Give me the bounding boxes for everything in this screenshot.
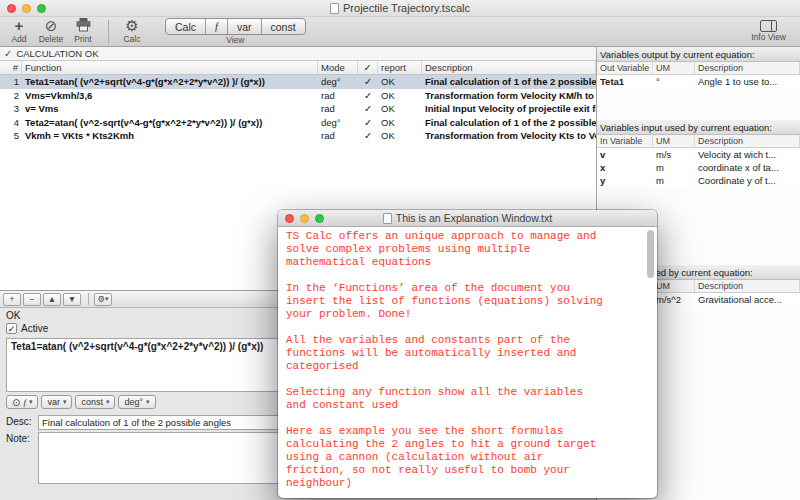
col-um[interactable]: UM bbox=[653, 135, 695, 147]
print-label: Print bbox=[74, 34, 91, 44]
table-row[interactable]: Teta1 ° Angle 1 to use to... bbox=[597, 75, 800, 88]
document-icon bbox=[330, 3, 339, 14]
zoom-button[interactable] bbox=[37, 4, 46, 13]
report-cell: OK bbox=[378, 129, 422, 143]
col-out-variable[interactable]: Out Variable bbox=[597, 62, 653, 74]
row-number: 2 bbox=[0, 89, 22, 103]
main-titlebar[interactable]: Projectile Trajectory.tscalc bbox=[0, 0, 800, 17]
description-cell: Final calculation of 1 of the 2 possible… bbox=[422, 75, 596, 89]
explanation-text-area[interactable]: TS Calc offers an unique approach to man… bbox=[278, 227, 657, 498]
col-description[interactable]: Description bbox=[695, 280, 800, 292]
minimize-button[interactable] bbox=[300, 214, 309, 223]
col-number[interactable]: # bbox=[0, 61, 22, 74]
table-row[interactable]: y m Coordinate y of t... bbox=[597, 174, 800, 187]
scrollbar[interactable] bbox=[647, 230, 654, 494]
mode-cell: rad bbox=[318, 129, 358, 143]
view-segmented-group: Calc f var const View bbox=[165, 18, 306, 45]
report-cell: OK bbox=[378, 89, 422, 103]
table-row[interactable]: 5 Vkmh = VKts * Kts2Kmh rad ✓ OK Transfo… bbox=[0, 129, 596, 143]
explanation-paragraph: All the variables and constants part of … bbox=[286, 334, 608, 373]
minimize-button[interactable] bbox=[22, 4, 31, 13]
window-title: Projectile Trajectory.tscalc bbox=[343, 2, 470, 14]
print-button[interactable]: Print bbox=[70, 18, 96, 44]
col-description[interactable]: Description bbox=[695, 62, 800, 74]
row-number: 3 bbox=[0, 102, 22, 116]
insert-variable-button[interactable]: var ▾ bbox=[41, 395, 72, 409]
active-checkbox[interactable]: ✓ bbox=[6, 323, 17, 334]
traffic-lights bbox=[285, 214, 324, 223]
function-expression: v= Vms bbox=[22, 102, 318, 116]
segment-variables[interactable]: var bbox=[228, 19, 262, 34]
col-in-variable[interactable]: In Variable bbox=[597, 135, 653, 147]
variable-unit: ° bbox=[653, 75, 695, 88]
variable-description: Angle 1 to use to... bbox=[695, 75, 800, 88]
check-icon: ✓ bbox=[358, 116, 378, 130]
info-view-button[interactable]: Info View bbox=[751, 18, 786, 42]
table-row[interactable]: 2 Vms=Vkmh/3,6 rad ✓ OK Transformation f… bbox=[0, 89, 596, 103]
calc-button[interactable]: ⚙ Calc bbox=[119, 18, 145, 44]
insert-function-button[interactable]: ⊙ f ▾ bbox=[6, 395, 38, 409]
col-report[interactable]: report bbox=[378, 61, 422, 74]
calc-label: Calc bbox=[123, 34, 140, 44]
note-label: Note: bbox=[6, 432, 33, 444]
output-panel-body bbox=[597, 88, 800, 120]
explanation-window[interactable]: This is an Explanation Window.txt TS Cal… bbox=[278, 210, 657, 498]
delete-button[interactable]: ⊘ Delete bbox=[38, 18, 64, 44]
move-up-button[interactable]: ▲ bbox=[43, 293, 61, 306]
add-button[interactable]: + Add bbox=[6, 18, 32, 44]
report-cell: OK bbox=[378, 102, 422, 116]
table-row[interactable]: x m coordinate x of ta... bbox=[597, 161, 800, 174]
zoom-button[interactable] bbox=[315, 214, 324, 223]
variable-unit: m/s bbox=[653, 148, 695, 161]
add-row-button[interactable]: + bbox=[3, 293, 21, 306]
explanation-titlebar[interactable]: This is an Explanation Window.txt bbox=[278, 210, 657, 227]
close-button[interactable] bbox=[285, 214, 294, 223]
view-segmented-control: Calc f var const bbox=[165, 18, 306, 35]
calculation-statusbar: ✓ CALCULATION OK bbox=[0, 47, 596, 61]
table-row[interactable]: 1 Teta1=atan( (v^2+sqrt(v^4-g*(g*x^2+2*y… bbox=[0, 75, 596, 89]
scrollbar-thumb[interactable] bbox=[647, 230, 654, 278]
editor-action-menu[interactable]: ⚙ ▾ bbox=[94, 293, 112, 306]
variable-name: x bbox=[597, 161, 653, 174]
add-icon: + bbox=[15, 18, 24, 34]
segment-functions[interactable]: f bbox=[206, 19, 228, 34]
segment-constants[interactable]: const bbox=[262, 19, 305, 34]
explanation-paragraph: In the ‘Functions’ area of the document … bbox=[286, 282, 608, 321]
col-check[interactable]: ✓ bbox=[358, 61, 378, 74]
toolbar-separator bbox=[108, 20, 109, 44]
document-icon bbox=[383, 213, 392, 224]
col-mode[interactable]: Mode bbox=[318, 61, 358, 74]
angle-mode-button[interactable]: deg° ▾ bbox=[118, 395, 155, 409]
col-description[interactable]: Description bbox=[695, 135, 800, 147]
insert-constant-button[interactable]: const ▾ bbox=[75, 395, 115, 409]
window-title-group: Projectile Trajectory.tscalc bbox=[330, 2, 470, 14]
explanation-paragraph: TS Calc offers an unique approach to man… bbox=[286, 230, 608, 269]
col-function[interactable]: Function bbox=[22, 61, 318, 74]
col-um[interactable]: UM bbox=[653, 62, 695, 74]
variable-description: coordinate x of ta... bbox=[695, 161, 800, 174]
segment-calc[interactable]: Calc bbox=[166, 19, 206, 34]
table-row[interactable]: v m/s Velocity at wich t... bbox=[597, 148, 800, 161]
output-panel-title: Variables output by current equation: bbox=[597, 47, 800, 62]
variable-description: Velocity at wich t... bbox=[695, 148, 800, 161]
close-button[interactable] bbox=[7, 4, 16, 13]
row-number: 4 bbox=[0, 116, 22, 130]
variable-unit: m bbox=[653, 161, 695, 174]
angle-mode-label: deg° bbox=[124, 397, 143, 407]
variable-name: Teta1 bbox=[597, 75, 653, 88]
table-row[interactable]: 3 v= Vms rad ✓ OK Initial Input Velocity… bbox=[0, 102, 596, 116]
info-view-icon bbox=[760, 20, 777, 32]
function-expression: Teta1=atan( (v^2+sqrt(v^4-g*(g*x^2+2*y*v… bbox=[22, 75, 318, 89]
description-cell: Initial Input Velocity of projectile exi… bbox=[422, 102, 596, 116]
remove-row-button[interactable]: − bbox=[23, 293, 41, 306]
function-expression: Vms=Vkmh/3,6 bbox=[22, 89, 318, 103]
mode-cell: rad bbox=[318, 102, 358, 116]
description-cell: Transformation from Velocity Kts to Velo… bbox=[422, 129, 596, 143]
table-row[interactable]: 4 Teta2=atan( (v^2-sqrt(v^4-g*(g*x^2+2*y… bbox=[0, 116, 596, 130]
col-description[interactable]: Description bbox=[422, 61, 596, 74]
move-down-button[interactable]: ▼ bbox=[63, 293, 81, 306]
function-table-header: # Function Mode ✓ report Description bbox=[0, 61, 596, 75]
input-panel-columns: In Variable UM Description bbox=[597, 135, 800, 148]
check-icon: ✓ bbox=[358, 75, 378, 89]
col-um[interactable]: UM bbox=[653, 280, 695, 292]
